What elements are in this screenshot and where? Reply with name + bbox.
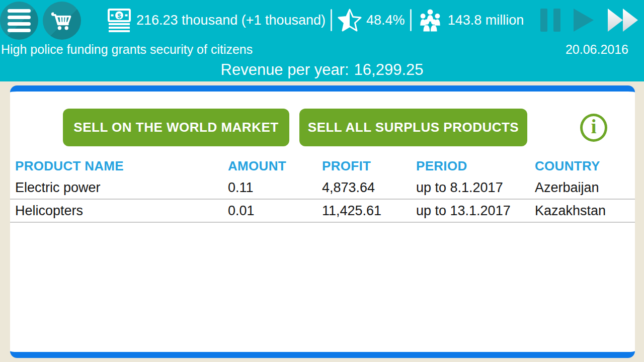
treasury-status: $ 216.23 thousand (+1 thousand) bbox=[106, 7, 326, 33]
game-date: 20.06.2016 bbox=[566, 42, 628, 57]
header-profit: PROFIT bbox=[322, 158, 416, 174]
sell-all-surplus-button[interactable]: SELL ALL SURPLUS PRODUCTS bbox=[299, 109, 527, 146]
revenue-label: Revenue per year: bbox=[221, 61, 349, 79]
top-status-bar: $ 216.23 thousand (+1 thousand) bbox=[0, 0, 644, 81]
divider bbox=[410, 9, 412, 31]
cell-profit: 4,873.64 bbox=[322, 180, 416, 196]
header-period: PERIOD bbox=[416, 158, 535, 174]
table-row[interactable]: Helicopters 0.01 11,425.61 up to 13.1.20… bbox=[10, 200, 635, 223]
cart-icon bbox=[50, 9, 73, 32]
cell-country: Kazakhstan bbox=[535, 203, 635, 219]
cell-amount: 0.11 bbox=[228, 180, 322, 196]
cell-product-name: Electric power bbox=[15, 180, 228, 196]
rating-value: 48.4% bbox=[366, 13, 405, 28]
header-amount: AMOUNT bbox=[228, 158, 322, 174]
table-row[interactable]: Electric power 0.11 4,873.64 up to 8.1.2… bbox=[10, 176, 635, 200]
cell-amount: 0.01 bbox=[228, 203, 322, 219]
header-product-name: PRODUCT NAME bbox=[15, 158, 228, 174]
pause-button[interactable] bbox=[540, 9, 560, 32]
cell-period: up to 8.1.2017 bbox=[416, 180, 535, 196]
cell-period: up to 13.1.2017 bbox=[416, 203, 535, 219]
contracts-table: PRODUCT NAME AMOUNT PROFIT PERIOD COUNTR… bbox=[10, 155, 635, 223]
cell-product-name: Helicopters bbox=[15, 203, 228, 219]
cell-country: Azerbaijan bbox=[535, 180, 635, 196]
table-header-row: PRODUCT NAME AMOUNT PROFIT PERIOD COUNTR… bbox=[10, 155, 635, 176]
header-country: COUNTRY bbox=[535, 158, 635, 174]
market-button[interactable] bbox=[43, 2, 81, 40]
speed-controls bbox=[540, 0, 640, 40]
fast-forward-button[interactable] bbox=[607, 8, 640, 32]
rating-status: 48.4% bbox=[337, 8, 405, 33]
world-market-panel: SELL ON THE WORLD MARKET SELL ALL SURPLU… bbox=[10, 85, 635, 358]
info-icon[interactable]: i bbox=[580, 114, 607, 142]
population-value: 143.8 million bbox=[448, 13, 524, 28]
revenue-value: 16,299.25 bbox=[354, 61, 424, 79]
news-row: High police funding grants security of c… bbox=[0, 40, 644, 58]
sell-world-market-button[interactable]: SELL ON THE WORLD MARKET bbox=[63, 109, 289, 146]
actions-row: SELL ON THE WORLD MARKET SELL ALL SURPLU… bbox=[10, 92, 635, 146]
divider bbox=[331, 9, 332, 31]
approval-star-icon bbox=[337, 8, 362, 33]
money-icon: $ bbox=[106, 7, 132, 33]
news-headline: High police funding grants security of c… bbox=[1, 42, 253, 57]
hamburger-icon bbox=[8, 9, 31, 32]
treasury-value: 216.23 thousand (+1 thousand) bbox=[136, 13, 326, 28]
info-glyph: i bbox=[591, 117, 596, 137]
population-status: 143.8 million bbox=[417, 8, 524, 32]
cell-profit: 11,425.61 bbox=[322, 203, 416, 219]
play-button[interactable] bbox=[574, 9, 594, 32]
svg-text:$: $ bbox=[117, 12, 121, 20]
menu-button[interactable] bbox=[0, 2, 38, 40]
population-icon bbox=[417, 8, 444, 32]
revenue-row: Revenue per year: 16,299.25 bbox=[0, 58, 644, 81]
